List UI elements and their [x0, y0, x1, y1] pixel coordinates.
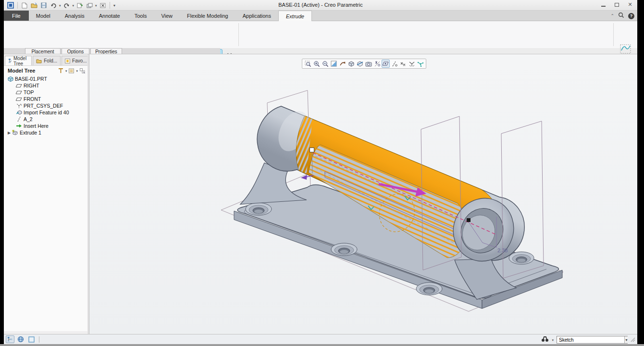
tab-applications[interactable]: Applications [235, 11, 278, 21]
tree-settings-caret[interactable]: ▾ [76, 69, 78, 73]
selection-filter-value[interactable] [557, 336, 624, 343]
tree-item-label: Insert Here [24, 123, 49, 129]
new-icon[interactable] [21, 1, 28, 9]
model-viewport[interactable]: 2.38 [89, 54, 637, 334]
tree-item-label: Import Feature id 40 [24, 110, 69, 115]
favorites-tab[interactable]: Favo... [62, 56, 90, 65]
tab-analysis[interactable]: Analysis [58, 11, 92, 21]
tree-filters-caret[interactable]: ▾ [65, 69, 67, 73]
drag-handle-start[interactable] [310, 148, 314, 152]
folders-tab[interactable]: Fold... [33, 56, 61, 65]
window-icon[interactable] [7, 1, 14, 9]
base-hole[interactable] [246, 203, 272, 215]
fullscreen-icon[interactable] [27, 335, 36, 343]
graphics-area[interactable]: 2.38 [89, 54, 637, 334]
tree-toggle-icon[interactable] [6, 335, 14, 343]
tree-item-part[interactable]: BASE-01.PRT [4, 75, 87, 82]
resize-grip[interactable] [631, 335, 635, 344]
favorites-icon [65, 59, 70, 63]
tab-tools[interactable]: Tools [127, 11, 154, 21]
tree-item-extrude[interactable]: ▶ ✳ Extrude 1 [4, 129, 87, 136]
browser-icon[interactable] [16, 335, 25, 343]
tree-item-label: Extrude 1 [20, 130, 41, 136]
tree-item-axis[interactable]: A_2 [4, 116, 87, 123]
display-style-icon[interactable] [347, 60, 355, 68]
tree-item-label: BASE-01.PRT [15, 76, 47, 82]
close-button[interactable]: ✕ [626, 1, 634, 8]
save-icon[interactable] [40, 1, 48, 9]
datum-icon [619, 43, 632, 55]
regenerate-icon[interactable] [76, 1, 84, 9]
redo-caret[interactable]: ▾ [73, 4, 74, 7]
tab-flexible-modeling[interactable]: Flexible Modeling [180, 11, 235, 21]
tab-model[interactable]: Model [29, 11, 58, 21]
tree-item-insert-here[interactable]: Insert Here [4, 123, 87, 129]
zoom-region-icon[interactable] [304, 60, 312, 68]
undo-caret[interactable]: ▾ [59, 4, 61, 7]
tab-annotate[interactable]: Annotate [92, 11, 127, 21]
creo-window: BASE-01 (Active) - Creo Parametric ▾ ▾ [4, 0, 637, 344]
axis-display-icon[interactable] [390, 60, 398, 68]
model-tree-panel: Model Tree Fold... Favo... Model Tree ▾ [4, 54, 87, 334]
help-icon[interactable]: ? [628, 13, 634, 19]
tree-settings-icon[interactable] [68, 68, 74, 74]
tab-extrude[interactable]: Extrude [278, 11, 312, 21]
drag-handle-depth[interactable] [467, 218, 471, 222]
tree-filters-icon[interactable] [58, 68, 64, 74]
selection-filter-caret[interactable]: ▼ [624, 336, 628, 343]
base-hole[interactable] [416, 283, 442, 295]
windows-caret[interactable]: ▾ [95, 4, 97, 7]
collapse-ribbon-icon[interactable]: ⌃ [610, 14, 614, 18]
model-tree-tab-label: Model Tree [13, 56, 28, 66]
close-window-icon[interactable] [99, 1, 107, 9]
folder-icon [36, 59, 42, 63]
undo-icon[interactable] [50, 1, 57, 9]
window-controls: ✕ [599, 1, 634, 8]
part-icon [7, 76, 13, 82]
tree-item-top[interactable]: TOP [4, 89, 87, 96]
customize-caret[interactable]: ▼ [113, 4, 116, 7]
section-view-icon[interactable] [356, 60, 364, 68]
graphics-toolbar [302, 59, 426, 69]
insert-here-icon [15, 123, 22, 129]
tab-view[interactable]: View [154, 11, 180, 21]
spin-center-icon[interactable] [416, 60, 424, 68]
minimize-button[interactable] [599, 1, 607, 8]
open-icon[interactable] [30, 1, 38, 9]
redo-icon[interactable] [63, 1, 71, 9]
csys-display-icon[interactable] [408, 60, 416, 68]
maximize-button[interactable] [612, 1, 621, 8]
main-area: Model Tree Fold... Favo... Model Tree ▾ [4, 54, 637, 334]
tree-item-right[interactable]: RIGHT [4, 82, 87, 89]
selection-filter-combo: ▼ [557, 336, 628, 344]
windows-icon[interactable] [86, 1, 93, 9]
zoom-in-icon[interactable] [312, 60, 321, 68]
bottom-strip [0, 344, 644, 346]
model-tree-list: BASE-01.PRT RIGHT TOP FRONT x PRT_CSYS_D… [4, 75, 87, 331]
point-display-icon[interactable] [399, 60, 407, 68]
depth-dimension-label[interactable]: 2.38 [497, 247, 508, 253]
tree-item-import-feature[interactable]: Import Feature id 40 [4, 109, 87, 116]
base-hole[interactable] [331, 243, 357, 256]
tree-search-icon[interactable] [79, 68, 86, 74]
title-bar: BASE-01 (Active) - Creo Parametric ▾ ▾ [4, 0, 637, 11]
zoom-out-icon[interactable] [321, 60, 329, 68]
repaint-icon[interactable] [330, 60, 338, 68]
datum-display-filters-icon[interactable] [373, 60, 381, 68]
expand-icon[interactable]: ▶ [7, 131, 12, 135]
quick-access-toolbar: ▾ ▾ ▾ ▼ [7, 1, 116, 9]
tree-item-label: A_2 [24, 116, 33, 122]
appearance-icon[interactable] [364, 60, 372, 68]
tab-file[interactable]: File [4, 11, 29, 21]
base-hole[interactable] [509, 252, 534, 264]
saved-orientations-icon[interactable] [338, 60, 347, 68]
tree-item-front[interactable]: FRONT [4, 96, 87, 102]
datum-plane-icon [15, 89, 22, 95]
annotation-display-icon[interactable] [382, 60, 390, 68]
binoculars-icon[interactable] [541, 335, 549, 344]
find-caret[interactable]: ▾ [552, 338, 554, 342]
model-tree-tab[interactable]: Model Tree [5, 56, 32, 65]
tree-item-csys[interactable]: x PRT_CSYS_DEF [4, 102, 87, 109]
model-tree-icon [8, 58, 12, 63]
search-icon[interactable] [618, 12, 624, 20]
